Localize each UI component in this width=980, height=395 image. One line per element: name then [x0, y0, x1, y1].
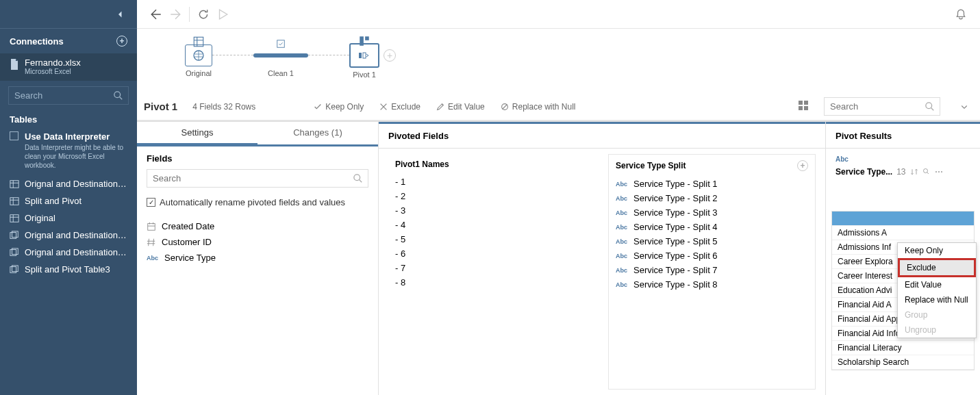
add-step-button[interactable]: + — [384, 49, 396, 62]
field-item[interactable]: Created Date — [137, 218, 378, 234]
pivot-name-item[interactable]: - 7 — [388, 261, 594, 275]
table-item[interactable]: Orignal and Destination ... — [0, 227, 137, 244]
results-search-input[interactable] — [824, 97, 940, 116]
result-field-name: Service Type... — [835, 167, 892, 177]
connection-filename: Fernando.xlsx — [25, 58, 127, 68]
svg-rect-1 — [10, 181, 18, 188]
data-interpreter-checkbox[interactable] — [10, 131, 18, 140]
forward-button[interactable] — [166, 5, 185, 24]
calendar-icon — [147, 222, 156, 231]
abc-icon: Abc — [616, 281, 629, 288]
result-value-item[interactable] — [832, 212, 974, 226]
more-button[interactable]: ⋯ — [935, 167, 943, 177]
split-header: Service Type Split — [616, 161, 686, 170]
back-button[interactable] — [147, 5, 166, 24]
tables-icon — [10, 248, 19, 257]
table-item[interactable]: Orignal and Destination ... — [0, 175, 137, 192]
result-value-item[interactable]: Scholarship Search — [832, 355, 974, 370]
result-value-item[interactable]: Admissions A — [832, 226, 974, 240]
split-item[interactable]: AbcService Type - Split 1 — [609, 177, 815, 191]
pivot-name-item[interactable]: - 5 — [388, 232, 594, 246]
pivot-name-item[interactable]: - 8 — [388, 275, 594, 290]
fields-search-input[interactable] — [147, 169, 368, 188]
pivot-name-item[interactable]: - 2 — [388, 189, 594, 203]
replace-null-action[interactable]: Replace with Null — [500, 102, 576, 112]
split-item[interactable]: AbcService Type - Split 4 — [609, 220, 815, 234]
flow-node-clean[interactable]: Clean 1 — [253, 44, 308, 77]
field-item[interactable]: AbcService Type — [137, 250, 378, 266]
result-value-item[interactable]: Financial Literacy — [832, 341, 974, 355]
abc-icon: Abc — [616, 209, 629, 216]
tables-header: Tables — [0, 110, 137, 129]
ctx-replace-null[interactable]: Replace with Null — [898, 292, 976, 307]
play-icon — [216, 8, 229, 21]
abc-icon: Abc — [147, 255, 159, 262]
file-icon — [10, 59, 19, 70]
svg-rect-21 — [804, 106, 808, 110]
step-info: 4 Fields 32 Rows — [192, 102, 255, 112]
ctx-exclude[interactable]: Exclude — [898, 258, 976, 277]
view-toggle-button[interactable] — [798, 100, 809, 113]
tab-settings[interactable]: Settings — [137, 122, 257, 144]
notifications-button[interactable] — [951, 5, 970, 24]
separator — [189, 7, 190, 22]
node-label: Pivot 1 — [353, 71, 376, 79]
add-connection-button[interactable]: + — [116, 36, 127, 47]
flow-link — [212, 55, 253, 55]
pivot-name-item[interactable]: - 6 — [388, 246, 594, 261]
split-item[interactable]: AbcService Type - Split 6 — [609, 249, 815, 263]
sort-icon[interactable] — [910, 168, 918, 176]
field-item[interactable]: Customer ID — [137, 234, 378, 250]
ctx-edit-value[interactable]: Edit Value — [898, 277, 976, 292]
run-button[interactable] — [213, 5, 232, 24]
connection-item[interactable]: Fernando.xlsx Microsoft Excel — [0, 53, 137, 81]
split-item[interactable]: AbcService Type - Split 7 — [609, 263, 815, 277]
add-split-button[interactable]: + — [797, 160, 808, 171]
split-item[interactable]: AbcService Type - Split 8 — [609, 277, 815, 292]
exclude-action[interactable]: Exclude — [379, 102, 420, 112]
table-item[interactable]: Orignal and Destination ... — [0, 244, 137, 261]
table-item[interactable]: Split and Pivot — [0, 192, 137, 209]
sidebar-search-input[interactable] — [8, 86, 129, 105]
expand-button[interactable] — [955, 98, 973, 116]
result-field-row[interactable]: Service Type... 13 ⋯ — [831, 164, 975, 183]
refresh-button[interactable] — [194, 5, 213, 24]
result-value-count: 13 — [896, 167, 905, 177]
step-title: Pivot 1 — [144, 101, 177, 112]
ctx-ungroup: Ungroup — [898, 322, 976, 337]
table-item[interactable]: Split and Pivot Table3 — [0, 261, 137, 278]
flow-node-pivot[interactable]: Pivot 1 — [349, 43, 379, 79]
main-area: Original Clean 1 Pivot 1 + Pivot 1 4 Fie… — [137, 0, 980, 395]
chevron-down-icon — [960, 103, 968, 111]
svg-point-0 — [114, 92, 121, 98]
tab-changes[interactable]: Changes (1) — [257, 122, 378, 144]
flow-node-original[interactable]: Original — [185, 44, 212, 77]
svg-point-22 — [926, 103, 932, 109]
split-item[interactable]: AbcService Type - Split 2 — [609, 191, 815, 205]
lower-area: Settings Changes (1) Fields Automaticall… — [137, 120, 980, 395]
flow-canvas[interactable]: Original Clean 1 Pivot 1 + — [137, 29, 980, 93]
ctx-keep-only[interactable]: Keep Only — [898, 243, 976, 258]
abc-icon: Abc — [616, 238, 629, 245]
hash-icon — [147, 238, 156, 247]
sidebar-collapse-button[interactable] — [0, 0, 137, 29]
table-item[interactable]: Original — [0, 209, 137, 227]
auto-rename-label: Automatically rename pivoted fields and … — [160, 197, 345, 207]
use-data-interpreter[interactable]: Use Data Interpreter Data Interpreter mi… — [0, 129, 137, 175]
pivot-names-header: Pivot1 Names — [395, 160, 449, 169]
split-item[interactable]: AbcService Type - Split 5 — [609, 234, 815, 249]
abc-icon: Abc — [616, 267, 629, 274]
split-item[interactable]: AbcService Type - Split 3 — [609, 205, 815, 220]
pivot-name-item[interactable]: - 1 — [388, 175, 594, 189]
auto-rename-checkbox[interactable] — [147, 198, 155, 207]
auto-rename-row[interactable]: Automatically rename pivoted fields and … — [137, 194, 378, 213]
pivot-name-item[interactable]: - 4 — [388, 218, 594, 232]
pivot-name-item[interactable]: - 3 — [388, 203, 594, 218]
keep-only-action[interactable]: Keep Only — [313, 102, 364, 112]
search-icon[interactable] — [922, 168, 931, 176]
data-interpreter-desc: Data Interpreter might be able to clean … — [25, 143, 127, 170]
abc-icon: Abc — [616, 224, 629, 231]
pivoted-header: Pivoted Fields — [379, 122, 825, 149]
edit-value-action[interactable]: Edit Value — [436, 102, 485, 112]
table-icon — [10, 214, 19, 223]
